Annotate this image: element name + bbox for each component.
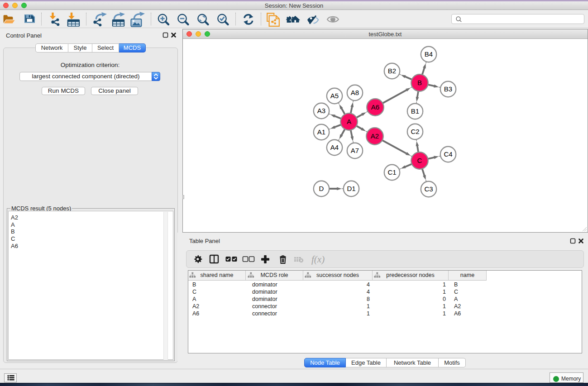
svg-text:D1: D1: [347, 185, 355, 192]
svg-text:C2: C2: [411, 128, 419, 135]
svg-text:B3: B3: [444, 85, 452, 93]
svg-text:A3: A3: [317, 107, 325, 114]
svg-text:A2: A2: [371, 132, 379, 140]
svg-text:B1: B1: [411, 107, 419, 115]
svg-text:D: D: [319, 185, 324, 192]
svg-text:A4: A4: [330, 143, 339, 151]
svg-text:A7: A7: [351, 147, 359, 154]
svg-text:A1: A1: [317, 128, 325, 136]
svg-text:B: B: [417, 79, 422, 86]
svg-text:C3: C3: [424, 185, 433, 193]
svg-text:B2: B2: [388, 67, 396, 75]
svg-text:B4: B4: [425, 50, 433, 58]
svg-text:C1: C1: [387, 168, 396, 176]
svg-text:A6: A6: [371, 103, 379, 111]
svg-text:A: A: [347, 118, 351, 125]
svg-text:C: C: [417, 157, 422, 164]
svg-text:C4: C4: [444, 150, 452, 158]
svg-text:A5: A5: [330, 92, 339, 100]
svg-text:f(x): f(x): [311, 254, 325, 265]
svg-text:A8: A8: [351, 89, 359, 96]
